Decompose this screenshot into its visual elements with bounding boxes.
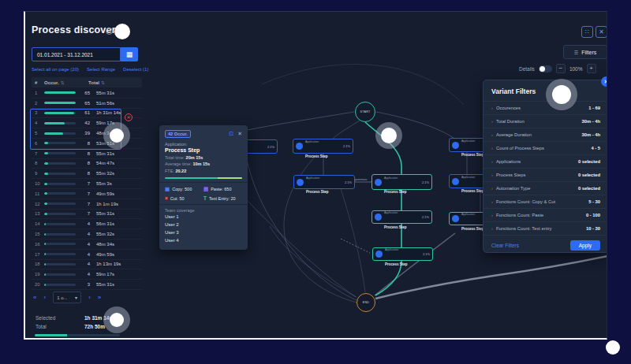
node-title: Process Step: [461, 227, 484, 231]
node-percentage: 2.1%: [345, 180, 352, 184]
filter-value: 1 - 69: [588, 106, 600, 110]
filter-value: 0 - 100: [586, 213, 600, 217]
team-user: User 1: [165, 213, 242, 221]
chevron-right-icon: ›: [491, 213, 493, 217]
filter-row[interactable]: › Process Steps 0 selected: [484, 168, 607, 181]
process-step-node[interactable]: Application Process Step 2.1%: [372, 174, 432, 190]
filter-label: Occurences: [496, 106, 521, 110]
close-panel-icon[interactable]: ✕: [601, 76, 607, 87]
filter-value: 30m - 4h: [581, 119, 600, 124]
chevron-right-icon: ›: [491, 146, 493, 150]
screen: Process discovery i ∷ ✕ ☰ Filters Detail…: [0, 0, 631, 364]
process-step-node[interactable]: Application Process Step 2.1%: [293, 139, 353, 154]
application-icon: [452, 178, 459, 185]
node-application-label: Application: [305, 140, 319, 143]
filter-value: 0 selected: [578, 173, 600, 177]
filter-value: 10 - 30: [586, 226, 600, 231]
filter-row[interactable]: › Average Duration 30m - 4h: [484, 128, 607, 141]
tooltip-progress-bar: [165, 177, 242, 180]
node-application-label: Application: [461, 176, 475, 179]
filter-row[interactable]: › Functions Count: Copy & Cut 5 - 30: [484, 195, 607, 208]
filter-value: 5 - 30: [588, 199, 600, 204]
filter-row[interactable]: › Automation Type 0 selected: [484, 181, 607, 195]
node-title: Process Step: [385, 262, 408, 266]
application-icon: [375, 179, 382, 186]
application-name: Process Step: [165, 147, 242, 153]
node-percentage: 2.1%: [343, 144, 350, 148]
variant-filters-title: Variant Filters: [484, 80, 607, 101]
node-title: Process Step: [461, 189, 484, 193]
filter-value: 0 selected: [578, 159, 600, 164]
variant-filters-rows: › Occurences 1 - 69 › Total Duration 30m…: [484, 101, 607, 235]
average-time-stat: Average time: 10m 15s: [165, 162, 242, 166]
start-node[interactable]: START: [355, 102, 375, 122]
chevron-right-icon: ›: [491, 173, 493, 177]
app-window: Process discovery i ∷ ✕ ☰ Filters Detail…: [24, 11, 607, 340]
node-percentage: 2.1%: [422, 215, 429, 219]
filter-label: Applications: [496, 159, 521, 164]
chevron-right-icon: ›: [491, 199, 493, 204]
function-count-item: × Cut: 50: [165, 195, 203, 201]
chevron-right-icon: ›: [491, 132, 493, 137]
click-marker: [606, 340, 620, 355]
fte-stat: FTE: 20.22: [165, 169, 242, 173]
function-count-label: Paste: 650: [211, 187, 231, 191]
filter-row[interactable]: › Total Duration 30m - 4h: [484, 114, 607, 128]
filter-row[interactable]: › Functions Count: Text entry 10 - 30: [484, 221, 607, 235]
copy-icon: ▣: [165, 186, 170, 192]
filter-label: Average Duration: [496, 132, 532, 137]
cut-icon: ×: [165, 195, 168, 201]
chevron-right-icon: ›: [491, 106, 493, 110]
variant-filters-panel: ✕ Variant Filters › Occurences 1 - 69 › …: [483, 80, 607, 253]
team-users: User 1User 2User 3User 4: [165, 213, 242, 244]
node-application-label: Application: [461, 213, 475, 216]
total-time-stat: Total time: 20m 15s: [165, 155, 242, 160]
apply-button[interactable]: Apply: [570, 240, 600, 251]
chevron-right-icon: ›: [491, 119, 493, 124]
function-count-label: Copy: 500: [172, 187, 192, 191]
application-icon: [375, 251, 383, 258]
process-step-tooltip: 42 Occur. ⊡ ✕ Application: Process Step …: [159, 125, 248, 250]
function-count-label: Text Entry: 20: [209, 196, 236, 201]
process-step-node[interactable]: Application Process Step 2.1%: [372, 210, 432, 224]
filter-value: 30m - 4h: [581, 132, 600, 137]
node-title: Process Step: [384, 190, 407, 194]
node-application-label: Application: [461, 139, 475, 143]
filter-label: Total Duration: [496, 119, 525, 124]
paste-icon: ▤: [203, 186, 208, 192]
application-icon: [296, 143, 303, 150]
filter-label: Functions Count: Copy & Cut: [496, 199, 555, 204]
team-user: User 4: [165, 236, 242, 244]
filter-row[interactable]: › Count of Process Steps 4 - 5: [484, 141, 607, 154]
node-percentage: 2.1%: [423, 252, 430, 256]
filter-label: Functions Count: Paste: [496, 213, 543, 217]
function-count-item: ▣ Copy: 500: [165, 186, 203, 192]
filter-row[interactable]: › Applications 0 selected: [484, 154, 607, 168]
occurrence-badge: 42 Occur.: [165, 130, 191, 138]
node-title: Process Step: [306, 190, 329, 194]
close-icon[interactable]: ✕: [237, 131, 242, 137]
function-count-label: Cut: 50: [170, 196, 185, 201]
application-icon: [297, 179, 304, 186]
filter-label: Process Steps: [496, 173, 525, 177]
process-step-node[interactable]: Application Process Step 2.1%: [293, 175, 355, 189]
function-counts: ▣ Copy: 500 ▤ Paste: 650 × Cut: 50 T Tex…: [165, 186, 242, 201]
filter-label: Count of Process Steps: [496, 146, 544, 150]
node-title: Process Step: [461, 153, 484, 157]
team-user: User 3: [165, 228, 242, 236]
filter-row[interactable]: › Functions Count: Paste 0 - 100: [484, 208, 607, 221]
node-application-label: Application: [384, 176, 398, 180]
end-node[interactable]: END: [357, 293, 375, 312]
filter-row[interactable]: › Occurences 1 - 69: [484, 101, 607, 114]
filter-label: Automation Type: [496, 186, 530, 191]
application-label: Application:: [165, 142, 242, 147]
text-entry-icon: T: [203, 195, 207, 201]
focus-icon[interactable]: ⊡: [229, 131, 233, 137]
process-step-node[interactable]: Application Process Step 2.1%: [372, 247, 433, 261]
application-icon: [375, 214, 382, 221]
clear-filters-link[interactable]: Clear Filters: [491, 243, 519, 248]
team-user: User 2: [165, 221, 242, 228]
chevron-right-icon: ›: [491, 226, 493, 231]
filter-value: 0 selected: [578, 186, 600, 191]
node-application-label: Application: [384, 211, 398, 214]
